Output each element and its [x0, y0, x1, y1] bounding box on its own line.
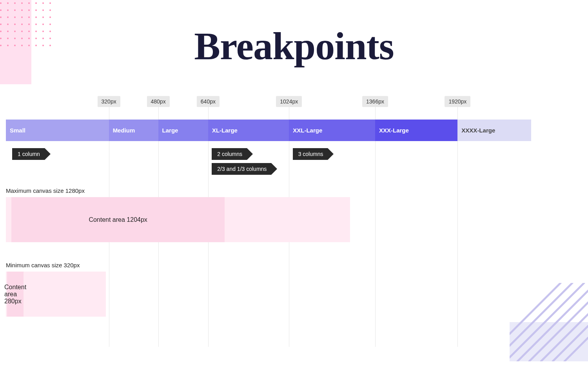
pixel-marker: 640px	[197, 96, 220, 107]
max-canvas-inner-label: Content area 1204px	[89, 216, 147, 223]
min-canvas-block: Minimum canvas size 320px Content area 2…	[6, 262, 531, 317]
pixel-marker-row: 320px480px640px1024px1366px1920px	[6, 96, 531, 120]
min-canvas-inner-label: Content area 280px	[4, 284, 26, 305]
max-canvas-outer: Content area 1204px	[6, 197, 350, 242]
breakpoints-diagram: 320px480px640px1024px1366px1920px SmallM…	[6, 96, 531, 317]
column-tag: 2 columns	[212, 148, 247, 160]
min-canvas-outer: Content area 280px	[6, 272, 106, 317]
size-segment: Large	[158, 120, 208, 141]
size-segment: XXXX-Large	[457, 120, 531, 141]
decorative-lavender-block	[510, 322, 588, 361]
column-tag: 2/3 and 1/3 columns	[212, 163, 271, 175]
pixel-marker: 1920px	[445, 96, 470, 107]
min-canvas-title: Minimum canvas size 320px	[6, 262, 531, 268]
max-canvas-title: Maximum canvas size 1280px	[6, 187, 531, 194]
column-tag: 3 columns	[293, 148, 328, 160]
size-segment: XXL-Large	[289, 120, 375, 141]
max-canvas-block: Maximum canvas size 1280px Content area …	[6, 187, 531, 242]
size-segment: XXX-Large	[375, 120, 457, 141]
max-canvas-inner: Content area 1204px	[11, 197, 225, 242]
size-segment: XL-Large	[208, 120, 289, 141]
pixel-marker: 320px	[98, 96, 120, 107]
size-segment: Small	[6, 120, 109, 141]
min-canvas-inner: Content area 280px	[7, 272, 24, 317]
size-bar: SmallMediumLargeXL-LargeXXL-LargeXXX-Lar…	[6, 120, 531, 141]
pixel-marker: 1024px	[276, 96, 302, 107]
pixel-marker: 480px	[147, 96, 170, 107]
pixel-marker: 1366px	[362, 96, 388, 107]
page-title: Breakpoints	[0, 24, 588, 69]
column-tag: 1 column	[12, 148, 45, 160]
size-segment: Medium	[109, 120, 158, 141]
column-tags-row: 1 column2 columns2/3 and 1/3 columns3 co…	[6, 148, 531, 183]
